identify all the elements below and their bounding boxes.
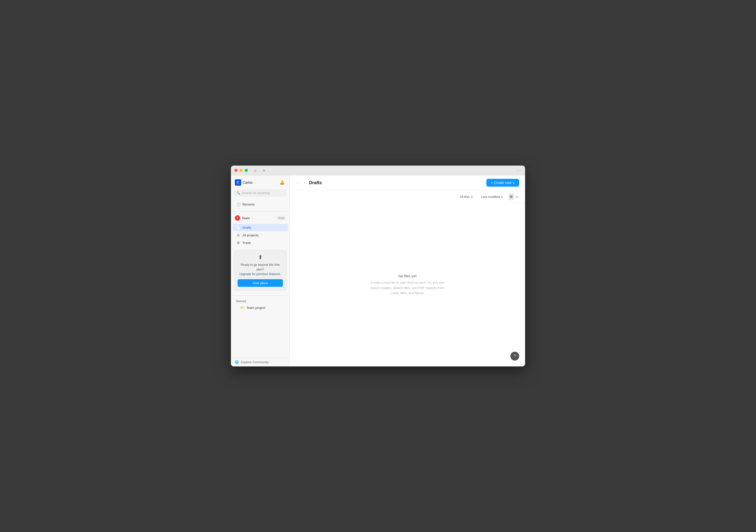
empty-state-title: No files yet: [398, 274, 417, 278]
search-icon: 🔍: [236, 191, 240, 195]
content-header: ‹ › Drafts + Create new ∨: [290, 175, 525, 190]
drafts-label: Drafts: [242, 226, 251, 230]
starred-section: Starred 📁 Team project: [231, 298, 289, 313]
search-placeholder: Search for anything: [242, 191, 270, 195]
clock-icon: 🕐: [236, 202, 240, 206]
back-icon: ‹: [297, 181, 298, 185]
main-layout: C Carlos ⌄ 🔔 🔍 Search for anything 🕐 Rec…: [231, 175, 525, 367]
upgrade-text: Ready to go beyond this free plan?Upgrad…: [237, 263, 283, 276]
grid-view-icon: ⊞: [510, 194, 513, 199]
sidebar-item-team-project[interactable]: 📁 Team project: [236, 304, 284, 311]
trash-icon: 🗑: [236, 241, 240, 245]
explore-community-label: Explore Community: [241, 360, 268, 364]
sidebar-item-recents[interactable]: 🕐 Recents: [232, 201, 288, 208]
user-logo: C: [235, 179, 241, 186]
page-title: Drafts: [309, 180, 484, 186]
minimize-button[interactable]: [239, 169, 243, 172]
last-modified-filter[interactable]: Last modified ∨: [478, 193, 506, 200]
help-button[interactable]: ?: [510, 352, 519, 361]
grid-view-button[interactable]: ⊞: [508, 193, 514, 200]
team-section: T Team ⌄ Free: [231, 213, 289, 223]
sidebar: C Carlos ⌄ 🔔 🔍 Search for anything 🕐 Rec…: [231, 175, 290, 367]
upgrade-icon: ⬆: [237, 254, 283, 261]
sidebar-item-drafts[interactable]: 📄 Drafts: [232, 224, 288, 231]
team-project-label: Team project: [246, 306, 265, 310]
globe-icon: 🌐: [235, 360, 239, 364]
sidebar-item-trash[interactable]: 🗑 Trash: [232, 239, 288, 246]
create-new-button[interactable]: + Create new ∨: [486, 179, 519, 187]
view-toggle: ⊞ ≡: [508, 193, 519, 200]
empty-state-description: Create a new file to start from scratch.…: [368, 280, 446, 296]
team-menu[interactable]: T Team ⌄: [235, 215, 253, 221]
new-tab-button[interactable]: +: [260, 167, 267, 174]
notifications-button[interactable]: 🔔: [279, 179, 285, 186]
user-name: Carlos: [243, 181, 253, 185]
recents-label: Recents: [242, 203, 255, 206]
list-view-button[interactable]: ≡: [515, 193, 519, 200]
bell-icon: 🔔: [280, 180, 284, 185]
forward-icon: ›: [304, 181, 305, 185]
home-icon: ⌂: [254, 168, 256, 173]
folder-icon: 📁: [240, 306, 244, 310]
grid-icon: ⊞: [236, 233, 240, 237]
team-icon: T: [235, 215, 240, 221]
titlebar: ⌂ + ···: [231, 165, 525, 175]
team-chevron-icon: ⌄: [251, 217, 253, 219]
sidebar-header: C Carlos ⌄ 🔔: [231, 175, 289, 189]
empty-state: No files yet Create a new file to start …: [290, 203, 525, 367]
sidebar-item-all-projects[interactable]: ⊞ All projects: [232, 232, 288, 239]
upgrade-card: ⬆ Ready to go beyond this free plan?Upgr…: [234, 250, 286, 291]
forward-button[interactable]: ›: [302, 180, 307, 186]
view-plans-button[interactable]: View plans: [237, 279, 283, 287]
drafts-icon: 📄: [236, 226, 240, 230]
user-chevron-icon: ⌄: [254, 181, 256, 184]
explore-community-link[interactable]: 🌐 Explore Community: [231, 358, 289, 367]
home-button[interactable]: ⌂: [252, 167, 258, 174]
user-menu[interactable]: C Carlos ⌄: [235, 179, 256, 186]
search-box[interactable]: 🔍 Search for anything: [234, 189, 286, 196]
all-files-filter[interactable]: All files ∨: [457, 193, 476, 200]
maximize-button[interactable]: [245, 169, 248, 172]
all-projects-label: All projects: [242, 233, 258, 237]
content-area: ‹ › Drafts + Create new ∨ All files ∨ La…: [290, 175, 525, 367]
starred-title: Starred: [235, 299, 285, 303]
free-badge: Free: [277, 216, 285, 220]
close-button[interactable]: [234, 169, 237, 172]
sidebar-divider-2: [231, 295, 289, 296]
content-toolbar: All files ∨ Last modified ∨ ⊞ ≡: [290, 190, 525, 203]
plus-icon: +: [263, 168, 265, 173]
content-wrapper: No files yet Create a new file to start …: [290, 203, 525, 367]
more-options-icon: ···: [517, 168, 522, 173]
team-name: Team: [242, 216, 250, 220]
list-view-icon: ≡: [516, 195, 518, 199]
trash-label: Trash: [242, 241, 251, 245]
team-nav-section: 📄 Drafts ⊞ All projects 🗑 Trash: [231, 223, 289, 248]
recents-section: 🕐 Recents: [231, 199, 289, 209]
team-header: T Team ⌄ Free: [235, 215, 285, 221]
back-button[interactable]: ‹: [296, 180, 300, 186]
